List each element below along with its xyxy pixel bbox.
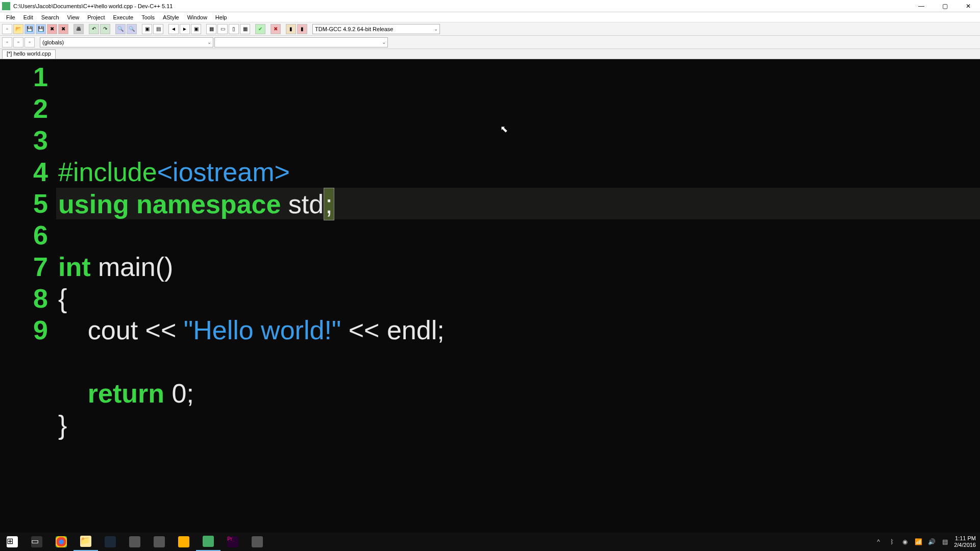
code-token: 0; (172, 379, 193, 408)
line-number: 4 (0, 156, 50, 188)
class-back-button[interactable]: ▫ (24, 37, 35, 47)
find-button[interactable]: 🔍 (115, 24, 126, 34)
tray-up-icon[interactable]: ^ (874, 538, 883, 546)
code-token: { (58, 284, 67, 313)
explorer-taskbar-icon[interactable]: 📁 (74, 533, 98, 551)
menu-view[interactable]: View (63, 13, 84, 21)
minimize-button[interactable]: — (910, 0, 933, 12)
title-bar: C:\Users\Jacob\Documents\C++\hello world… (0, 0, 980, 12)
grid3-button[interactable]: ▯ (229, 24, 239, 34)
code-token: main() (98, 252, 173, 282)
nav-fwd-button[interactable]: ► (180, 24, 190, 34)
code-area[interactable]: ⬉ #include<iostream>using namespace std;… (56, 59, 980, 533)
app-taskbar-icon[interactable] (172, 533, 196, 551)
redo-button[interactable]: ↷ (100, 24, 110, 34)
code-token: return (88, 379, 172, 408)
tray-bluetooth-icon[interactable]: ᛒ (888, 538, 896, 546)
taskview-button[interactable]: ▭ (24, 533, 49, 551)
compiler-select[interactable]: TDM-GCC 4.9.2 64-bit Release (312, 24, 440, 34)
code-line[interactable]: int main() (56, 251, 980, 283)
tray-steam-icon[interactable]: ◉ (901, 538, 909, 546)
clock-date: 2/4/2016 (954, 542, 976, 548)
profile-button[interactable]: ▮ (297, 24, 307, 34)
app-icon (2, 2, 10, 10)
clock-time: 1:11 PM (954, 535, 976, 542)
app-taskbar-icon[interactable] (122, 533, 147, 551)
app-taskbar-icon[interactable] (245, 533, 270, 551)
code-token (58, 379, 88, 408)
class-new-button[interactable]: ▫ (2, 37, 12, 47)
code-editor[interactable]: 123456789 ⬉ #include<iostream>using name… (0, 59, 980, 533)
new-file-button[interactable]: ▫ (2, 24, 12, 34)
grid4-button[interactable]: ▦ (240, 24, 250, 34)
grid2-button[interactable]: ▭ (217, 24, 228, 34)
replace-button[interactable]: 🔍 (127, 24, 137, 34)
menu-edit[interactable]: Edit (19, 13, 37, 21)
stop-button[interactable]: ✖ (271, 24, 281, 34)
menu-tools[interactable]: Tools (137, 13, 159, 21)
code-line[interactable]: using namespace std; (56, 188, 980, 219)
premiere-taskbar-icon[interactable]: Pr (220, 533, 245, 551)
code-line[interactable]: #include<iostream> (56, 156, 980, 188)
line-number: 7 (0, 251, 50, 283)
menu-search[interactable]: Search (37, 13, 63, 21)
code-token: namespace (136, 189, 288, 219)
code-line[interactable] (56, 346, 980, 378)
undo-button[interactable]: ↶ (89, 24, 99, 34)
menu-help[interactable]: Help (211, 13, 231, 21)
chrome-taskbar-icon[interactable] (49, 533, 74, 551)
file-tab[interactable]: [*] hello world.cpp (2, 49, 56, 59)
print-button[interactable]: 🖶 (74, 24, 84, 34)
code-token: std (288, 189, 324, 219)
system-tray: ^ ᛒ ◉ 📶 🔊 ▤ 1:11 PM 2/4/2016 (874, 535, 980, 548)
menu-astyle[interactable]: AStyle (159, 13, 183, 21)
tray-volume-icon[interactable]: 🔊 (927, 538, 936, 546)
code-token: cout << (58, 315, 184, 345)
compiler-select-value: TDM-GCC 4.9.2 64-bit Release (315, 26, 393, 32)
toolbar-main: ▫ 📂 💾 💾 ✖ ✖ 🖶 ↶ ↷ 🔍 🔍 ▣ ▤ ◄ ► ▣ ▦ ▭ ▯ ▦ … (0, 22, 980, 36)
code-line[interactable]: cout << "Hello world!" << endl; (56, 314, 980, 346)
save-button[interactable]: 💾 (24, 24, 35, 34)
grid1-button[interactable]: ▦ (206, 24, 216, 34)
code-line[interactable]: return 0; (56, 378, 980, 409)
line-number: 5 (0, 188, 50, 219)
code-token: } (58, 410, 67, 440)
window-buttons: — ▢ ✕ (910, 0, 980, 12)
code-line[interactable] (56, 219, 980, 251)
app-taskbar-icon[interactable] (147, 533, 172, 551)
taskbar-clock[interactable]: 1:11 PM 2/4/2016 (954, 535, 976, 548)
close-button[interactable]: ✕ (957, 0, 980, 12)
debug-button[interactable]: ▮ (286, 24, 296, 34)
code-token: using (58, 189, 136, 219)
compile-button[interactable]: ✔ (255, 24, 265, 34)
devcpp-taskbar-icon[interactable] (196, 533, 220, 551)
tray-action-icon[interactable]: ▤ (941, 538, 949, 546)
steam-taskbar-icon[interactable] (98, 533, 122, 551)
menu-execute[interactable]: Execute (109, 13, 137, 21)
close-all-button[interactable]: ✖ (58, 24, 68, 34)
menu-window[interactable]: Window (183, 13, 211, 21)
nav-back-button[interactable]: ◄ (168, 24, 179, 34)
line-number: 3 (0, 124, 50, 156)
close-file-button[interactable]: ✖ (47, 24, 57, 34)
goto-bookmark-button[interactable]: ▤ (153, 24, 163, 34)
maximize-button[interactable]: ▢ (933, 0, 957, 12)
tray-network-icon[interactable]: 📶 (914, 538, 922, 546)
open-file-button[interactable]: 📂 (13, 24, 23, 34)
start-button[interactable]: ⊞ (0, 533, 24, 551)
menu-project[interactable]: Project (83, 13, 109, 21)
file-tab-label: [*] hello world.cpp (7, 51, 51, 57)
window-title: C:\Users\Jacob\Documents\C++\hello world… (12, 3, 910, 9)
save-all-button[interactable]: 💾 (36, 24, 46, 34)
line-gutter: 123456789 (0, 59, 56, 533)
member-select[interactable] (214, 37, 388, 47)
code-token: << endl; (341, 315, 444, 345)
scope-select[interactable]: (globals) (40, 37, 213, 47)
code-line[interactable]: } (56, 409, 980, 441)
toggle-bookmark-button[interactable]: ▣ (142, 24, 152, 34)
code-line[interactable]: { (56, 283, 980, 314)
class-goto-button[interactable]: ▫ (13, 37, 23, 47)
line-number: 2 (0, 93, 50, 124)
menu-file[interactable]: File (2, 13, 19, 21)
nav-button[interactable]: ▣ (191, 24, 201, 34)
